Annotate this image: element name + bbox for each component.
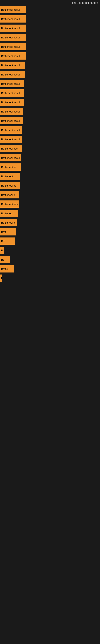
bottleneck-bar[interactable]: Bottle [0,265,14,272]
bottleneck-bar[interactable]: Bottlenec [0,210,18,217]
bottleneck-bar-label: Bottleneck result [1,36,20,39]
bar-row: Bottleneck result [0,116,100,125]
bar-row: Bottleneck result [0,153,100,162]
bottleneck-bar[interactable]: Bottleneck result [0,62,25,69]
bottleneck-bar[interactable]: Bottleneck result [0,126,22,134]
bottleneck-bar-label: Bottleneck result [1,73,20,76]
bottleneck-bar[interactable]: Bottleneck result [0,52,26,60]
bottleneck-bar-label: Bottleneck resu [1,203,19,206]
bottleneck-bar[interactable]: Bot [0,238,15,245]
bottleneck-bar-label: Bottl [1,230,6,234]
bottleneck-bar[interactable]: Bottleneck [0,173,20,180]
bottleneck-bar[interactable]: Bottleneck res [0,145,22,152]
bottleneck-bar-label: Bottleneck result [1,156,20,160]
bottleneck-bar-label: Bottleneck result [1,138,20,141]
bottleneck-bar-label: Bottleneck result [1,64,20,67]
bottleneck-bar[interactable]: B [0,274,2,282]
bar-row: Bottleneck result [0,98,100,107]
bar-row: Bottleneck result [0,135,100,144]
bottleneck-bar[interactable]: Bottleneck result [0,108,23,115]
bar-row: Bottleneck result [0,88,100,98]
bottleneck-bar-label: Bottleneck result [1,54,20,58]
bottleneck-bar-label: Bottleneck result [1,128,20,132]
bottleneck-bar-label: Bottleneck result [1,45,20,48]
bottleneck-bar-label: Bottleneck result [1,8,20,11]
bar-row: Bo [0,255,100,264]
bar-row: Bottleneck result [0,42,100,51]
bar-row: Bottleneck re [0,181,100,190]
bottleneck-bar[interactable]: Bottleneck r [0,219,17,226]
bottleneck-bar-label: Bottleneck result [1,27,20,30]
bottleneck-bar[interactable]: Bottleneck result [0,136,22,143]
bar-row: Bottleneck result [0,33,100,42]
bar-row: Bottleneck result [0,70,100,79]
bar-row: Bottleneck result [0,126,100,134]
site-title: TheBottlenecker.com [0,0,100,5]
bottleneck-bar-label: Bottle [1,268,8,270]
bar-row: Bottleneck r [0,190,100,199]
bar-row: Bottleneck result [0,52,100,60]
bottleneck-bar-label: Bottleneck re [1,184,16,187]
bottleneck-bar[interactable]: Bottleneck result [0,98,24,106]
bottleneck-bar-label: Bot [1,240,5,243]
bar-row: Bottleneck result [0,107,100,116]
bottleneck-bar[interactable]: Bo [0,256,10,263]
bottleneck-bar-label: Bottleneck result [1,101,20,104]
bottleneck-bar-label: Bottleneck r [1,194,15,196]
bar-row: Bottleneck [0,172,100,181]
bottleneck-bar-label: B [1,277,2,280]
bottleneck-bar-label: Bottleneck r [1,221,15,224]
bottleneck-bar[interactable]: Bottleneck result [0,154,21,162]
bar-row: B [0,274,100,282]
bottleneck-bar-label: B [1,249,3,252]
bottleneck-bar-label: Bottleneck res [1,147,18,150]
bottleneck-bar-label: Bottleneck result [1,110,20,113]
bars-container: Bottleneck resultBottleneck resultBottle… [0,5,100,444]
bottleneck-bar-label: Bottleneck result [1,82,20,85]
bottleneck-bar[interactable]: Bottleneck result [0,6,26,13]
bar-row: Bottle [0,264,100,273]
bottleneck-bar[interactable]: Bottl [0,228,16,236]
bottleneck-bar[interactable]: Bottleneck result [0,43,26,50]
bottleneck-bar[interactable]: Bottleneck resu [0,200,19,208]
bar-row: Bottleneck res [0,144,100,153]
bottleneck-bar[interactable]: Bottleneck r [0,191,19,198]
bottleneck-bar[interactable]: Bottleneck result [0,71,25,78]
bottleneck-bar-label: Bottlenec [1,212,12,215]
bar-row: Bottleneck result [0,14,100,23]
bottleneck-bar-label: Bottleneck result [1,92,20,94]
bar-row: Bottleneck re [0,162,100,172]
bar-row: Bottleneck result [0,79,100,88]
bottleneck-bar[interactable]: Bottleneck result [0,24,26,32]
bottleneck-bar[interactable]: Bottleneck result [0,80,24,87]
bar-row: Bottleneck resu [0,200,100,208]
bottleneck-bar[interactable]: Bottleneck result [0,15,26,22]
bar-row: B [0,246,100,255]
bar-row: Bottl [0,228,100,236]
bar-row: Bottleneck result [0,24,100,32]
bottleneck-bar[interactable]: B [0,247,4,254]
bar-row: Bottleneck r [0,218,100,227]
bar-row: Bottlenec [0,209,100,218]
bottleneck-bar[interactable]: Bottleneck result [0,34,26,41]
bottleneck-bar[interactable]: Bottleneck result [0,89,24,96]
bar-row: Bottleneck result [0,5,100,14]
bottleneck-bar[interactable]: Bottleneck result [0,117,23,124]
bottleneck-bar[interactable]: Bottleneck re [0,164,21,171]
bottleneck-bar-label: Bottleneck re [1,166,16,169]
bottleneck-bar[interactable]: Bottleneck re [0,182,20,189]
bottleneck-bar-label: Bottleneck result [1,18,20,20]
bar-row: Bottleneck result [0,61,100,70]
bottleneck-bar-label: Bottleneck [1,175,13,178]
bottleneck-bar-label: Bo [1,258,4,261]
bar-row: Bot [0,237,100,246]
bottleneck-bar-label: Bottleneck result [1,119,20,122]
